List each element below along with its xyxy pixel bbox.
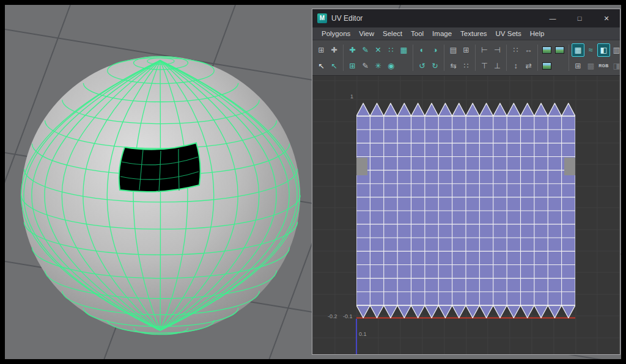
- pole-triangles-top: [356, 103, 575, 116]
- merge-shells-icon[interactable]: ∷: [460, 59, 473, 73]
- flip-u-icon[interactable]: ◐: [416, 43, 429, 57]
- menu-bar: PolygonsViewSelectToolImageTexturesUV Se…: [312, 27, 620, 40]
- dock-panel-icon[interactable]: ◧: [597, 43, 610, 57]
- uv-lattice-icon[interactable]: ⊞: [315, 43, 328, 57]
- toolbar-separator: [506, 45, 507, 71]
- display-image-a-thumbnail: [542, 46, 551, 54]
- left-notch: [356, 158, 367, 175]
- uv-coordinate-label: 0.1: [359, 331, 367, 337]
- toolbar-separator: [343, 45, 344, 71]
- maya-logo-icon: M: [317, 13, 327, 23]
- smudge-uv-icon[interactable]: ✎: [359, 59, 372, 73]
- display-image-c-icon[interactable]: [540, 59, 553, 73]
- uv-shell-svg[interactable]: [356, 103, 575, 319]
- layout-options-icon[interactable]: ⊞: [460, 43, 473, 57]
- toolbar-separator: [537, 45, 538, 71]
- right-notch: [564, 158, 575, 175]
- minimize-button[interactable]: —: [539, 9, 566, 27]
- screen: M UV Editor — □ ✕ PolygonsViewSelectTool…: [0, 0, 626, 364]
- tweak-uv-icon[interactable]: ✚: [328, 43, 341, 57]
- menu-item-textures[interactable]: Textures: [456, 30, 491, 37]
- pin-uv-icon[interactable]: ◉: [385, 59, 397, 73]
- menu-item-tool[interactable]: Tool: [407, 30, 428, 37]
- uv-editor-window: M UV Editor — □ ✕ PolygonsViewSelectTool…: [312, 9, 620, 355]
- rotate-cw-icon[interactable]: ↻: [429, 59, 441, 73]
- menu-item-help[interactable]: Help: [526, 30, 549, 37]
- menu-item-polygons[interactable]: Polygons: [317, 30, 355, 37]
- align-v-max-icon[interactable]: ⊤: [478, 59, 491, 73]
- cut-uv-icon[interactable]: ✕: [372, 43, 385, 57]
- uv-coordinate-label: 1: [350, 93, 353, 100]
- align-u-min-icon[interactable]: ⊢: [478, 43, 491, 57]
- close-button[interactable]: ✕: [593, 9, 620, 27]
- unstack-shells-icon[interactable]: ↔: [522, 43, 535, 57]
- tile-view-icon[interactable]: ▦: [572, 43, 584, 57]
- display-image-a-icon[interactable]: [540, 43, 553, 57]
- display-image-b-thumbnail: [555, 46, 564, 54]
- uv-coordinate-label: -0.1: [343, 313, 353, 319]
- display-image-c-thumbnail: [542, 62, 551, 70]
- flip-v-icon[interactable]: ◑: [429, 43, 441, 57]
- menu-item-uv-sets[interactable]: UV Sets: [492, 30, 526, 37]
- move-uv-icon[interactable]: ✚: [346, 43, 359, 57]
- alpha-channel-icon[interactable]: ◨: [610, 59, 620, 73]
- title-bar[interactable]: M UV Editor — □ ✕: [312, 9, 620, 27]
- pixel-snap-icon[interactable]: ⊞: [572, 59, 584, 73]
- pole-triangles-bottom: [356, 305, 575, 318]
- symmetrize-icon[interactable]: ▦: [397, 43, 410, 57]
- color-channel-icon[interactable]: ▥: [610, 43, 620, 57]
- rgb-channels-icon[interactable]: RGB: [597, 59, 610, 73]
- unfold-uv-icon[interactable]: ✳: [372, 59, 385, 73]
- toolbar-separator: [444, 45, 444, 71]
- align-u-max-icon[interactable]: ⊣: [491, 43, 504, 57]
- uv-distortion-icon[interactable]: ≈: [584, 43, 597, 57]
- display-image-b-icon[interactable]: [553, 43, 566, 57]
- layout-uv-icon[interactable]: ▤: [447, 43, 460, 57]
- select-cursor-icon[interactable]: ↖: [315, 59, 328, 73]
- sew-uv-icon[interactable]: ∷: [385, 43, 397, 57]
- toolbar-separator: [569, 45, 569, 71]
- v-axis-line: [356, 319, 357, 354]
- stack-shells-icon[interactable]: ∷: [509, 43, 522, 57]
- paint-select-icon[interactable]: ↖: [328, 59, 341, 73]
- toolbar-separator: [413, 45, 413, 71]
- uv-pencil-icon[interactable]: ✎: [359, 43, 372, 57]
- toolbar-separator: [475, 45, 476, 71]
- maximize-button[interactable]: □: [566, 9, 593, 27]
- toolbar: ⊞✚↖↖✚✎✕∷▦⊞✎✳◉◐◑↺↻▤⊞⇆∷⊢⊣⊤⊥∷↔↕⇄▦≈◧▥⊞▩RGB◨: [312, 40, 620, 76]
- rotate-ccw-icon[interactable]: ↺: [416, 59, 429, 73]
- grid-uv-icon[interactable]: ⊞: [346, 59, 359, 73]
- menu-item-view[interactable]: View: [355, 30, 378, 37]
- checker-display-icon[interactable]: ▩: [584, 59, 597, 73]
- align-v-min-icon[interactable]: ⊥: [491, 59, 504, 73]
- menu-item-select[interactable]: Select: [378, 30, 407, 37]
- uv-coordinate-label: -0.2: [328, 313, 337, 319]
- snap-shells-icon[interactable]: ⇆: [447, 59, 460, 73]
- window-title: UV Editor: [331, 14, 363, 23]
- randomize-shells-icon[interactable]: ⇄: [522, 59, 535, 73]
- menu-item-image[interactable]: Image: [428, 30, 456, 37]
- uv-canvas[interactable]: 1-0.2-0.10.1: [312, 76, 620, 354]
- selected-faces[interactable]: [119, 143, 201, 192]
- gather-shells-icon[interactable]: ↕: [509, 59, 522, 73]
